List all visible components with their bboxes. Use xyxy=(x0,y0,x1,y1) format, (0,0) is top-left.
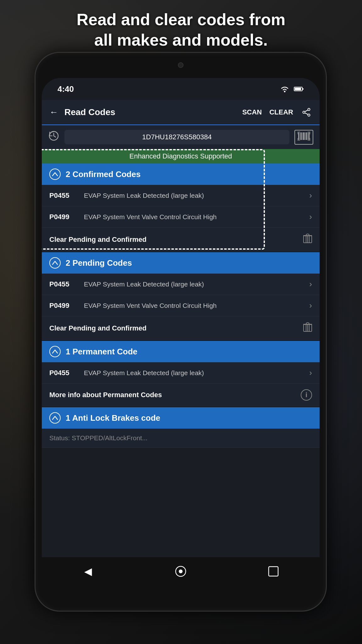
history-button[interactable] xyxy=(48,130,59,144)
code-id-confirmed-1: P0455 xyxy=(49,192,78,200)
svg-rect-17 xyxy=(308,132,308,140)
phone-frame: 4:40 ← Read Code xyxy=(35,52,327,612)
confirmed-codes-section-header[interactable]: 2 Confirmed Codes xyxy=(42,164,320,185)
permanent-code-title: 1 Permanent Code xyxy=(66,347,137,357)
svg-rect-16 xyxy=(306,132,307,140)
code-row-permanent-1[interactable]: P0455 EVAP System Leak Detected (large l… xyxy=(42,362,320,384)
pending-codes-title: 2 Pending Codes xyxy=(66,258,132,268)
svg-rect-12 xyxy=(301,132,302,140)
enhanced-diagnostics-banner: Enhanced Diagnostics Supported xyxy=(42,149,320,164)
status-time: 4:40 xyxy=(58,84,74,94)
chevron-right-permanent-1: › xyxy=(309,368,312,378)
abs-codes-chevron xyxy=(49,412,61,424)
clear-button[interactable]: CLEAR xyxy=(269,108,293,116)
svg-rect-2 xyxy=(302,88,304,90)
chevron-right-pending-1: › xyxy=(309,279,312,289)
code-desc-pending-2: EVAP System Vent Valve Control Circuit H… xyxy=(84,301,303,310)
page-headline: Read and clear codes from all makes and … xyxy=(0,9,362,50)
clear-pending-row[interactable]: Clear Pending and Confirmed xyxy=(42,316,320,340)
clear-pending-label: Clear Pending and Confirmed xyxy=(49,324,146,332)
phone-camera xyxy=(178,62,184,68)
code-row-pending-1[interactable]: P0455 EVAP System Leak Detected (large l… xyxy=(42,274,320,295)
info-icon: i xyxy=(301,389,312,401)
svg-point-6 xyxy=(303,111,305,114)
share-button[interactable] xyxy=(301,107,312,118)
svg-point-0 xyxy=(284,91,286,92)
permanent-code-section-header[interactable]: 1 Permanent Code xyxy=(42,341,320,362)
code-id-confirmed-2: P0499 xyxy=(49,213,78,221)
code-id-pending-1: P0455 xyxy=(49,280,78,288)
code-row-pending-2[interactable]: P0499 EVAP System Vent Valve Control Cir… xyxy=(42,295,320,316)
nav-home-button[interactable] xyxy=(171,562,190,581)
barcode-button[interactable] xyxy=(294,130,313,145)
svg-rect-13 xyxy=(302,132,303,140)
svg-rect-14 xyxy=(303,132,304,140)
back-arrow: ← xyxy=(49,107,58,117)
bottom-nav: ◀ xyxy=(42,557,320,586)
svg-point-5 xyxy=(308,114,310,116)
chevron-right-confirmed-1: › xyxy=(309,191,312,200)
svg-rect-15 xyxy=(305,132,306,140)
pending-codes-chevron xyxy=(49,257,61,269)
app-bar-title: Read Codes xyxy=(64,107,115,117)
app-bar: ← Read Codes SCAN CLEAR xyxy=(42,100,320,125)
pending-codes-section-header[interactable]: 2 Pending Codes xyxy=(42,252,320,274)
barcode-icon xyxy=(298,132,310,141)
clear-confirmed-label: Clear Pending and Confirmed xyxy=(49,236,146,244)
nav-recent-button[interactable] xyxy=(264,562,283,581)
scroll-content: Enhanced Diagnostics Supported 2 Confirm… xyxy=(42,149,320,557)
svg-rect-11 xyxy=(300,132,300,140)
abs-codes-section-header[interactable]: 1 Anti Lock Brakes code xyxy=(42,407,320,429)
history-icon xyxy=(48,130,59,142)
phone-screen: 4:40 ← Read Code xyxy=(42,78,320,586)
permanent-codes-info-row[interactable]: More info about Permanent Codes i xyxy=(42,384,320,407)
vin-display[interactable]: 1D7HU18276S580384 xyxy=(64,130,289,144)
chevron-right-pending-2: › xyxy=(309,301,312,310)
chevron-right-confirmed-2: › xyxy=(309,212,312,222)
abs-truncated-text: Status: STOPPED/AltLockFront... xyxy=(49,434,147,442)
code-id-permanent-1: P0455 xyxy=(49,369,78,377)
svg-rect-3 xyxy=(295,88,301,90)
abs-truncated-row: Status: STOPPED/AltLockFront... xyxy=(42,429,320,448)
trash-pending-icon xyxy=(303,322,312,334)
clear-confirmed-row[interactable]: Clear Pending and Confirmed xyxy=(42,228,320,252)
vin-row: 1D7HU18276S580384 xyxy=(42,125,320,149)
svg-point-4 xyxy=(308,108,310,111)
code-id-pending-2: P0499 xyxy=(49,302,78,310)
permanent-codes-info-label: More info about Permanent Codes xyxy=(49,391,162,399)
scan-button[interactable]: SCAN xyxy=(242,108,262,116)
app-bar-actions: SCAN CLEAR xyxy=(242,107,312,118)
confirmed-codes-title: 2 Confirmed Codes xyxy=(66,169,140,179)
nav-back-button[interactable]: ◀ xyxy=(79,562,97,581)
confirmed-codes-chevron xyxy=(49,169,61,180)
code-row-confirmed-1[interactable]: P0455 EVAP System Leak Detected (large l… xyxy=(42,185,320,206)
code-desc-permanent-1: EVAP System Leak Detected (large leak) xyxy=(84,368,303,377)
status-icons xyxy=(280,86,304,92)
svg-rect-10 xyxy=(298,132,299,140)
svg-rect-18 xyxy=(309,132,310,140)
code-desc-pending-1: EVAP System Leak Detected (large leak) xyxy=(84,280,303,289)
svg-rect-29 xyxy=(269,567,278,576)
svg-point-28 xyxy=(179,569,183,573)
back-button[interactable]: ← Read Codes xyxy=(49,107,115,117)
share-icon xyxy=(302,108,311,117)
code-desc-confirmed-1: EVAP System Leak Detected (large leak) xyxy=(84,191,303,200)
battery-icon xyxy=(294,86,304,92)
svg-line-8 xyxy=(305,113,308,114)
trash-confirmed-icon xyxy=(303,233,312,246)
abs-codes-title: 1 Anti Lock Brakes code xyxy=(66,413,160,423)
code-desc-confirmed-2: EVAP System Vent Valve Control Circuit H… xyxy=(84,212,303,221)
status-bar: 4:40 xyxy=(42,78,320,100)
code-row-confirmed-2[interactable]: P0499 EVAP System Vent Valve Control Cir… xyxy=(42,206,320,228)
wifi-icon xyxy=(280,86,289,92)
svg-line-7 xyxy=(305,110,308,112)
permanent-code-chevron xyxy=(49,346,61,357)
